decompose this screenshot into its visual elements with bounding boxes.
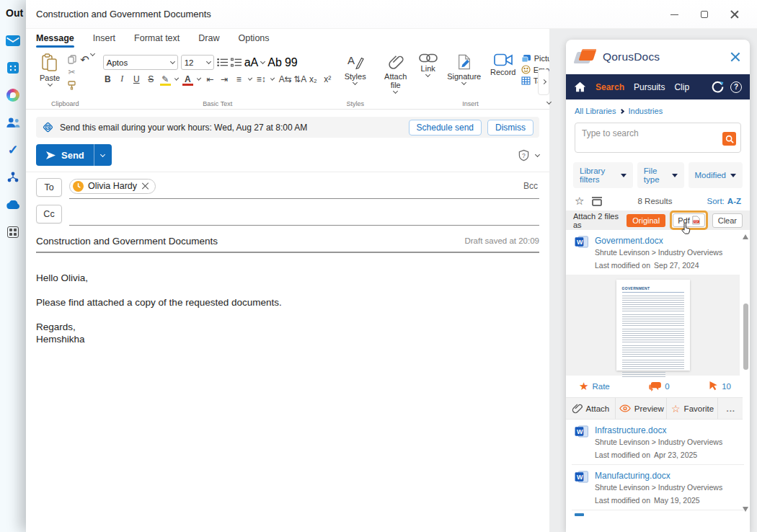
line-spacing-button[interactable]: ≡↕ xyxy=(257,74,266,84)
indent-button[interactable]: ⇥ xyxy=(220,74,229,84)
org-explorer-icon[interactable] xyxy=(6,170,20,185)
styles-button[interactable]: A Styles xyxy=(341,51,370,87)
to-field[interactable]: Olivia Hardy Bcc xyxy=(69,176,539,199)
record-button[interactable]: Record xyxy=(487,51,520,95)
collection-view-icon[interactable] xyxy=(591,196,603,206)
document-name[interactable]: Government.docx xyxy=(595,236,735,246)
calendar-icon[interactable] xyxy=(6,61,20,75)
attach-original-button[interactable]: Original xyxy=(627,214,665,227)
underline-button[interactable]: U xyxy=(132,74,141,84)
modified-dropdown[interactable]: Modified xyxy=(689,162,743,188)
strikethrough-button[interactable]: S xyxy=(146,74,156,84)
sort-toggle[interactable]: A-Z xyxy=(727,197,741,205)
clear-selection-button[interactable]: Clear xyxy=(712,213,743,228)
breadcrumb-root[interactable]: All Libraries xyxy=(575,107,616,115)
panel-close-icon[interactable] xyxy=(730,52,740,62)
scroll-down-icon[interactable] xyxy=(743,507,748,512)
bcc-toggle[interactable]: Bcc xyxy=(523,181,539,191)
highlight-button[interactable]: ✎ xyxy=(161,74,170,84)
more-apps-icon[interactable] xyxy=(6,225,20,239)
copilot-icon[interactable] xyxy=(6,88,20,102)
people-icon[interactable] xyxy=(6,115,20,130)
favorites-filter-icon[interactable]: ☆ xyxy=(575,196,584,206)
subject-input[interactable]: Construction and Government Documents xyxy=(36,236,464,247)
numbered-list-icon[interactable] xyxy=(231,58,242,68)
nav-pursuits[interactable]: Pursuits xyxy=(634,82,665,92)
send-button[interactable]: Send xyxy=(36,144,94,166)
list-item[interactable]: W Infrastructure.docx Shrute Levinson > … xyxy=(566,420,750,464)
preview-action-button[interactable]: Preview xyxy=(617,398,667,419)
nav-search[interactable]: Search xyxy=(596,82,624,92)
home-icon[interactable] xyxy=(574,81,586,92)
nav-clip[interactable]: Clip xyxy=(674,82,689,92)
attach-file-button[interactable]: Attach file xyxy=(378,51,413,95)
close-button[interactable] xyxy=(720,0,750,29)
bold-button[interactable]: B xyxy=(103,74,112,84)
tab-message[interactable]: Message xyxy=(36,33,74,48)
schedule-send-button[interactable]: Schedule send xyxy=(409,120,482,136)
search-input[interactable] xyxy=(575,123,740,152)
recipient-chip[interactable]: Olivia Hardy xyxy=(69,179,156,194)
format-painter-icon[interactable] xyxy=(66,80,77,90)
minimize-button[interactable] xyxy=(659,0,689,29)
rate-button[interactable]: ★Rate xyxy=(579,381,610,391)
list-item[interactable]: W Government.docx Shrute Levinson > Indu… xyxy=(566,230,750,275)
tab-format-text[interactable]: Format text xyxy=(134,33,180,48)
tab-insert[interactable]: Insert xyxy=(93,33,115,48)
attach-action-button[interactable]: Attach xyxy=(566,398,616,419)
breadcrumb-current[interactable]: Industries xyxy=(628,107,663,115)
quote-button[interactable]: 99 xyxy=(285,56,298,69)
proofing-button[interactable]: Ab xyxy=(267,56,282,69)
signature-button[interactable]: Signature xyxy=(443,51,485,95)
send-options-button[interactable] xyxy=(94,144,112,166)
font-color-button[interactable]: A xyxy=(183,74,192,84)
tab-options[interactable]: Options xyxy=(238,33,269,48)
cc-field[interactable] xyxy=(69,203,539,226)
more-actions-button[interactable]: ... xyxy=(720,398,743,419)
mail-icon[interactable] xyxy=(6,33,20,48)
message-options-chevron-icon[interactable] xyxy=(535,151,540,156)
file-type-dropdown[interactable]: File type xyxy=(637,162,684,188)
copy-icon[interactable] xyxy=(66,54,77,64)
undo-button[interactable]: ↶ xyxy=(80,51,94,90)
scroll-up-icon[interactable] xyxy=(743,234,748,239)
outdent-button[interactable]: ⇤ xyxy=(205,74,215,84)
ribbon-collapse-button[interactable] xyxy=(542,97,555,107)
superscript-button[interactable]: x² xyxy=(323,74,332,84)
search-button[interactable] xyxy=(722,132,736,146)
scrollbar-thumb[interactable] xyxy=(743,303,748,370)
library-filters-dropdown[interactable]: Library filters xyxy=(573,162,633,188)
subscript-button[interactable]: x₂ xyxy=(309,74,318,84)
maximize-button[interactable] xyxy=(689,0,720,29)
link-button[interactable]: Link xyxy=(415,51,442,95)
sort-button[interactable]: ⇅A xyxy=(293,74,304,84)
todo-icon[interactable]: ✓ xyxy=(6,143,20,157)
remove-recipient-icon[interactable] xyxy=(141,182,149,190)
message-sensitivity-icon[interactable]: ? xyxy=(518,149,530,161)
panel-scrollbar[interactable] xyxy=(743,233,749,515)
paste-button[interactable]: Paste xyxy=(36,51,63,90)
ribbon-overflow-button[interactable] xyxy=(538,69,549,95)
align-button[interactable]: ≡ xyxy=(234,74,244,84)
onedrive-icon[interactable] xyxy=(6,198,20,212)
favorite-action-button[interactable]: ☆Favorite xyxy=(668,398,718,419)
document-name[interactable]: Manufacturing.docx xyxy=(595,471,735,481)
dismiss-button[interactable]: Dismiss xyxy=(487,120,534,136)
font-size-select[interactable]: 12 xyxy=(181,55,214,70)
change-case-button[interactable]: aA xyxy=(244,56,259,69)
bullet-list-icon[interactable] xyxy=(217,58,228,68)
document-name[interactable]: Infrastructure.docx xyxy=(595,425,735,435)
refresh-icon[interactable] xyxy=(712,81,724,93)
italic-button[interactable]: I xyxy=(118,74,127,84)
comments-count[interactable]: 0 xyxy=(649,382,669,391)
font-name-select[interactable]: Aptos xyxy=(103,55,178,70)
clicks-count[interactable]: 10 xyxy=(709,381,731,391)
text-direction-button[interactable]: A⇆ xyxy=(279,74,289,84)
help-icon[interactable]: ? xyxy=(730,81,742,93)
cc-button[interactable]: Cc xyxy=(36,205,62,223)
to-button[interactable]: To xyxy=(36,178,62,197)
tab-draw[interactable]: Draw xyxy=(198,33,219,48)
message-body[interactable]: Hello Olivia, Please find attached a cop… xyxy=(26,253,549,364)
cut-icon[interactable]: ✂ xyxy=(66,67,77,77)
list-item[interactable]: W Manufacturing.docx Shrute Levinson > I… xyxy=(566,465,750,510)
